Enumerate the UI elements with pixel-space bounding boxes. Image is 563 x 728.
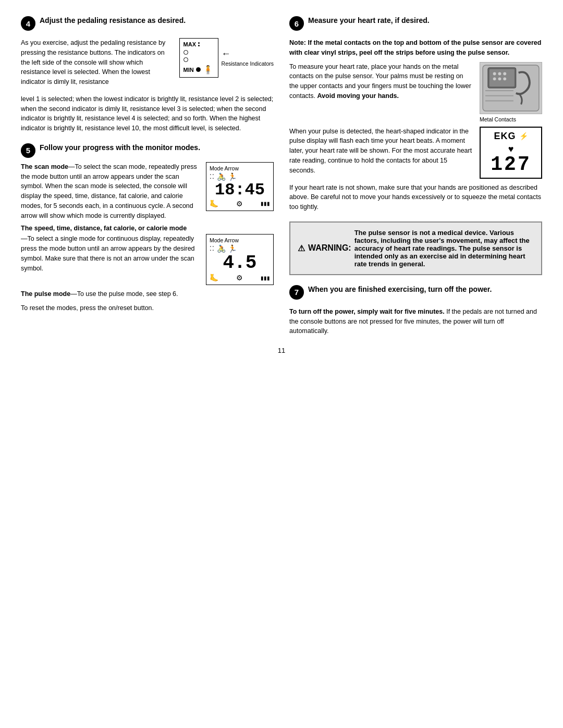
dot-circle2 <box>183 57 188 62</box>
calorie-dots-icon: ⁚⁚ <box>210 245 215 252</box>
step4-text-after: level 1 is selected; when the lowest ind… <box>21 94 274 133</box>
step4-diagram: MAX <box>179 38 274 78</box>
resist-arrow: ← <box>222 48 231 60</box>
calorie-mode-row: —To select a single mode for continuous … <box>21 234 274 285</box>
scan-mode-display: Mode Arrow ⁚⁚ 🚴 🏃 18:45 🦶 ⚙ ▮▮▮ <box>206 162 274 211</box>
pulse-mode-body: —To use the pulse mode, see step 6. <box>70 290 178 298</box>
scan-mode-row: The scan mode—To select the scan mode, r… <box>21 162 274 221</box>
step5-circle: 5 <box>21 143 35 158</box>
svg-point-7 <box>498 77 501 80</box>
resist-indicators-text: Resistance Indicators <box>222 60 274 68</box>
svg-point-3 <box>493 72 496 75</box>
step7-text: To turn off the power, simply wait for f… <box>289 307 542 336</box>
resist-min-label: MIN <box>183 67 194 73</box>
calorie-mode-dash: —To <box>21 235 34 242</box>
svg-point-5 <box>503 72 506 75</box>
calorie-mode-display: Mode Arrow ⁚⁚ 🚴 🏃 4.5 🦶 ⚙ ▮▮▮ <box>206 234 274 285</box>
step6-not-shown: If your heart rate is not shown, make su… <box>289 183 542 212</box>
resist-max: MAX <box>183 41 214 47</box>
step5-header: 5 Follow your progress with the monitor … <box>21 143 274 158</box>
step6-title: Measure your heart rate, if desired. <box>308 16 430 25</box>
pulse-mode-text: The pulse mode—To use the pulse mode, se… <box>21 289 274 299</box>
scan-display-number: 18:45 <box>210 182 270 199</box>
ekg-label: EKG <box>494 131 516 142</box>
pulse-sensor-svg <box>480 63 542 114</box>
calorie-bottom-bars: ▮▮▮ <box>261 275 270 281</box>
scan-mode-dash: —To <box>68 163 82 170</box>
colon-dot1 <box>198 42 200 44</box>
scan-bottom-icon2: ⚙ <box>236 200 243 208</box>
step6-text: To measure your heart rate, place your h… <box>289 62 472 101</box>
colon-dot2 <box>198 45 200 46</box>
calorie-mode-text: —To select a single mode for continuous … <box>21 234 200 273</box>
scan-mode-text: The scan mode—To select the scan mode, r… <box>21 162 200 221</box>
resist-row2 <box>183 57 214 62</box>
calorie-box: Mode Arrow ⁚⁚ 🚴 🏃 4.5 🦶 ⚙ ▮▮▮ <box>206 234 274 285</box>
svg-rect-2 <box>489 69 515 86</box>
warning-inline: The pulse sensor is not a medical device… <box>354 229 530 268</box>
calorie-mode-label: Mode Arrow <box>210 237 270 243</box>
reset-text: To reset the modes, press the on/reset b… <box>21 303 274 313</box>
warning-title-row: ⚠ WARNING: The pulse sensor is not a med… <box>298 229 534 268</box>
scan-mode-title: The scan mode <box>21 163 68 170</box>
step4-header: 4 Adjust the pedaling resistance as desi… <box>21 16 274 31</box>
dot-filled <box>196 67 201 72</box>
step6-header: 6 Measure your heart rate, if desired. <box>289 16 542 31</box>
calorie-bottom-row: 🦶 ⚙ ▮▮▮ <box>210 274 270 282</box>
step4-block: 4 Adjust the pedaling resistance as desi… <box>21 16 274 133</box>
pulse-sensor-diagram <box>480 62 542 114</box>
step6-avoid-text: Avoid moving your hands. <box>317 92 399 100</box>
step6-note-text: Note: If the metal contacts on the top a… <box>289 39 541 56</box>
left-column: 4 Adjust the pedaling resistance as desi… <box>21 16 274 336</box>
step6-note: Note: If the metal contacts on the top a… <box>289 38 542 58</box>
ekg-display: EKG ⚡ ♥ 127 <box>480 127 542 179</box>
page-number: 11 <box>21 347 542 354</box>
dot-circle1 <box>183 50 188 55</box>
warning-label: WARNING: <box>308 243 351 253</box>
step6-circle: 6 <box>289 16 304 31</box>
scan-bottom-icon1: 🦶 <box>210 200 218 208</box>
step7-circle: 7 <box>289 285 304 300</box>
ekg-wave-icon: ⚡ <box>519 132 528 140</box>
person-icon-min: 🧍 <box>203 65 213 75</box>
resist-box: MAX <box>179 38 218 78</box>
step6-block: 6 Measure your heart rate, if desired. N… <box>289 16 542 212</box>
step6-pulse-image: Metal Contacts <box>480 62 542 122</box>
ekg-display-wrapper: EKG ⚡ ♥ 127 <box>480 127 542 179</box>
scan-icons-row: ⁚⁚ 🚴 🏃 <box>210 172 270 181</box>
svg-point-6 <box>493 77 496 80</box>
step6-pulse-detected: When your pulse is detected, the heart-s… <box>289 127 542 179</box>
step6-main-content: To measure your heart rate, place your h… <box>289 62 542 122</box>
calorie-mode-body: select a single mode for continuous disp… <box>21 235 195 272</box>
warning-triangle-icon: ⚠ <box>298 243 305 253</box>
resist-inner: MAX <box>179 38 274 78</box>
calorie-title-bold: The speed, time, distance, fat calorie, … <box>21 225 187 232</box>
scan-box: Mode Arrow ⁚⁚ 🚴 🏃 18:45 🦶 ⚙ ▮▮▮ <box>206 162 274 211</box>
resist-right-label: ← Resistance Indicators <box>222 48 274 67</box>
calorie-heart-icon: 🏃 <box>228 244 237 253</box>
svg-point-8 <box>503 77 506 80</box>
calorie-display-number: 4.5 <box>210 254 270 273</box>
step4-title: Adjust the pedaling resistance as desire… <box>40 16 186 25</box>
step7-title: When you are finished exercising, turn o… <box>308 285 492 294</box>
scan-bottom-bars: ▮▮▮ <box>261 201 270 206</box>
scan-heart-icon: 🏃 <box>228 172 237 181</box>
step4-content: As you exercise, adjust the pedaling res… <box>21 38 274 87</box>
step5-block: 5 Follow your progress with the monitor … <box>21 143 274 313</box>
warning-box: ⚠ WARNING: The pulse sensor is not a med… <box>289 221 542 275</box>
resist-max-label: MAX <box>183 41 196 47</box>
step7-header: 7 When you are finished exercising, turn… <box>289 285 542 300</box>
step5-title: Follow your progress with the monitor mo… <box>40 143 200 152</box>
step4-text-before: As you exercise, adjust the pedaling res… <box>21 38 172 87</box>
resist-min: MIN 🧍 <box>183 65 214 75</box>
step7-bold: To turn off the power, simply wait for f… <box>289 308 445 315</box>
step7-block: 7 When you are finished exercising, turn… <box>289 285 542 336</box>
svg-point-4 <box>498 72 501 75</box>
pulse-mode-label: The pulse mode <box>21 290 70 298</box>
resist-row1 <box>183 50 214 55</box>
calorie-bike-icon: 🚴 <box>217 244 226 253</box>
colon-dots-right <box>198 42 200 46</box>
calorie-mode-section: The speed, time, distance, fat calorie, … <box>21 225 274 285</box>
calorie-bottom-icon1: 🦶 <box>210 274 218 282</box>
ekg-top-row: EKG ⚡ <box>494 131 528 142</box>
